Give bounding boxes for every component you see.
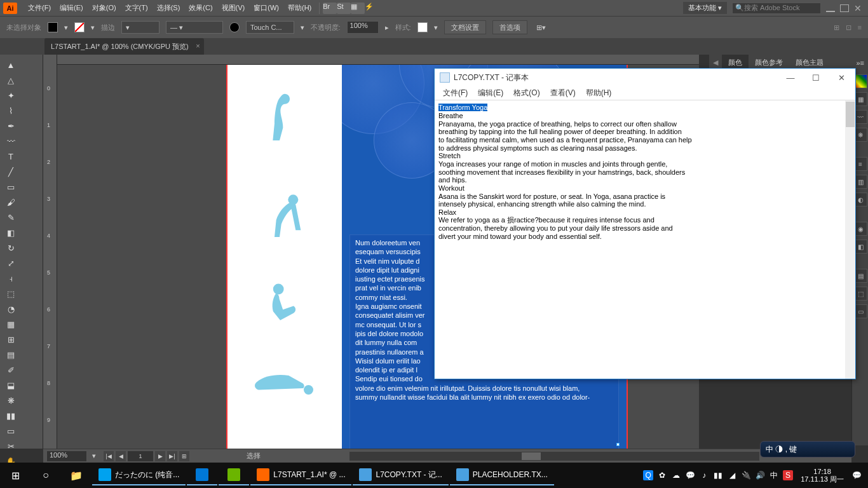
width-tool[interactable]: ⫞ [0, 271, 22, 286]
last-artboard-icon[interactable]: ▶| [167, 451, 177, 461]
menu-window[interactable]: 窗口(W) [249, 3, 283, 13]
tray-wechat-icon[interactable]: 💬 [685, 470, 695, 480]
notepad-maximize[interactable]: ☐ [803, 70, 829, 85]
line-tool[interactable]: ╱ [0, 164, 22, 179]
menu-effect[interactable]: 效果(C) [184, 3, 217, 13]
selection-tool[interactable]: ▲ [0, 57, 22, 72]
pen-tool[interactable]: ✒ [0, 118, 22, 133]
tray-ime-icon[interactable]: 中 [769, 470, 779, 480]
stock-icon[interactable]: St [337, 3, 351, 14]
menu-text[interactable]: 文字(T) [121, 3, 153, 13]
notepad-menu-edit[interactable]: 编辑(E) [473, 88, 508, 98]
tray-icon[interactable]: ♪ [699, 470, 709, 480]
fill-swatch[interactable] [48, 22, 58, 32]
taskbar-task[interactable]: L7COPY.TXT - 记... [353, 465, 448, 485]
zoom-input[interactable]: 100% [46, 451, 87, 462]
notepad-menu-help[interactable]: 帮助(H) [581, 88, 617, 98]
prev-artboard-icon[interactable]: ◀ [116, 451, 126, 461]
menu-select[interactable]: 选择(S) [153, 3, 185, 13]
lasso-tool[interactable]: ⌇ [0, 103, 22, 118]
notepad-menu-view[interactable]: 查看(V) [545, 88, 581, 98]
artboard-tool[interactable]: ▭ [0, 423, 22, 438]
eyedropper-tool[interactable]: ✐ [0, 362, 22, 377]
document-tab[interactable]: L7START_1.AI* @ 100% (CMYK/GPU 预览) × [44, 38, 204, 55]
perspective-tool[interactable]: ▦ [0, 316, 22, 332]
notepad-scrollbar[interactable] [845, 100, 855, 379]
tray-sogou-icon[interactable]: S [783, 470, 793, 480]
notepad-menu-format[interactable]: 格式(O) [508, 88, 545, 98]
brush-swatch[interactable] [229, 22, 240, 32]
tray-icon[interactable]: ☁ [671, 470, 681, 480]
symbol-sprayer-tool[interactable]: ❋ [0, 393, 22, 408]
notepad-titlebar[interactable]: L7COPY.TXT - 记事本 — ☐ ✕ [435, 69, 855, 86]
stroke-profile[interactable]: — ▾ [166, 21, 223, 34]
tray-icon[interactable]: ✿ [657, 470, 667, 480]
gradient-tool[interactable]: ▤ [0, 347, 22, 362]
blend-tool[interactable]: ⬓ [0, 377, 22, 393]
stock-search[interactable]: 🔍 搜索 Adobe Stock [732, 3, 821, 14]
window-minimize[interactable] [826, 4, 835, 12]
style-swatch[interactable] [417, 22, 428, 32]
mesh-tool[interactable]: ⊞ [0, 332, 22, 347]
column-graph-tool[interactable]: ▮▮ [0, 408, 22, 423]
start-button[interactable]: ⊞ [0, 463, 31, 488]
taskbar-task[interactable] [187, 465, 217, 485]
panel-more-icon[interactable]: »≡ [852, 59, 868, 67]
snap-point-icon[interactable]: ⊡ [846, 24, 851, 32]
file-explorer-icon[interactable]: 📁 [61, 463, 92, 488]
scale-tool[interactable]: ⤢ [0, 255, 22, 271]
slice-tool[interactable]: ✂ [0, 438, 22, 454]
notepad-menu-file[interactable]: 文件(F) [438, 88, 473, 98]
rotate-tool[interactable]: ↻ [0, 240, 22, 255]
artboard-number[interactable]: 1 [128, 451, 153, 461]
brush-select[interactable]: Touch C... [246, 21, 294, 34]
taskbar-clock[interactable]: 17:1817.11.13 周一 [797, 468, 848, 483]
tray-network-icon[interactable]: ▮▮ [713, 470, 723, 480]
notepad-text-area[interactable]: Transform Yoga BreathePranayama, the yog… [435, 100, 855, 379]
taskbar-task[interactable]: PLACEHOLDER.TX... [450, 465, 554, 485]
panel-menu-icon[interactable]: ≡ [858, 24, 862, 32]
ime-indicator[interactable]: 中 ◑ , 键 [760, 441, 855, 458]
notepad-close[interactable]: ✕ [829, 70, 854, 85]
menu-file[interactable]: 文件(F) [24, 3, 55, 13]
menu-view[interactable]: 视图(V) [217, 3, 250, 13]
selection-handle[interactable] [616, 443, 620, 446]
menu-object[interactable]: 对象(O) [88, 3, 121, 13]
eraser-tool[interactable]: ◧ [0, 225, 22, 240]
preferences-button[interactable]: 首选项 [492, 20, 527, 34]
tray-icon[interactable]: Q [643, 470, 653, 480]
doc-setup-button[interactable]: 文档设置 [444, 20, 486, 34]
artboard-nav-icon[interactable]: ⊞ [179, 451, 189, 461]
stroke-swatch[interactable] [74, 22, 85, 32]
type-tool[interactable]: T [0, 149, 22, 164]
snap-pixel-icon[interactable]: ⊞ [834, 24, 839, 32]
gpu-icon[interactable]: ⚡ [365, 3, 379, 14]
opacity-input[interactable]: 100% [347, 21, 379, 34]
cortana-search-icon[interactable]: ○ [31, 463, 61, 488]
arrange-icon[interactable]: ▦ [351, 3, 365, 14]
free-transform-tool[interactable]: ⬚ [0, 286, 22, 301]
direct-selection-tool[interactable]: △ [0, 72, 22, 88]
tray-wifi-icon[interactable]: ◢ [727, 470, 737, 480]
stroke-weight[interactable]: ▾ [121, 21, 159, 34]
notepad-minimize[interactable]: — [778, 70, 803, 85]
menu-help[interactable]: 帮助(H) [283, 3, 316, 13]
tray-power-icon[interactable]: 🔌 [741, 470, 751, 480]
paintbrush-tool[interactable]: 🖌 [0, 194, 22, 210]
expand-icon[interactable]: ◀ [709, 58, 722, 67]
taskbar-task[interactable]: だったのに (纯音... [92, 465, 186, 485]
shaper-tool[interactable]: ✎ [0, 210, 22, 225]
align-icon[interactable]: ⊞▾ [536, 24, 546, 32]
next-artboard-icon[interactable]: ▶ [155, 451, 165, 461]
shape-builder-tool[interactable]: ◔ [0, 301, 22, 316]
menu-edit[interactable]: 编辑(E) [55, 3, 88, 13]
horizontal-scrollbar[interactable] [349, 452, 759, 461]
workspace-switcher[interactable]: 基本功能 ▾ [683, 2, 727, 14]
magic-wand-tool[interactable]: ✦ [0, 88, 22, 103]
window-close[interactable]: ✕ [854, 3, 862, 13]
bridge-icon[interactable]: Br [323, 3, 337, 14]
rectangle-tool[interactable]: ▭ [0, 179, 22, 194]
tray-volume-icon[interactable]: 🔊 [755, 470, 765, 480]
notification-icon[interactable]: 💬 [851, 470, 862, 480]
tab-close-icon[interactable]: × [196, 42, 200, 50]
